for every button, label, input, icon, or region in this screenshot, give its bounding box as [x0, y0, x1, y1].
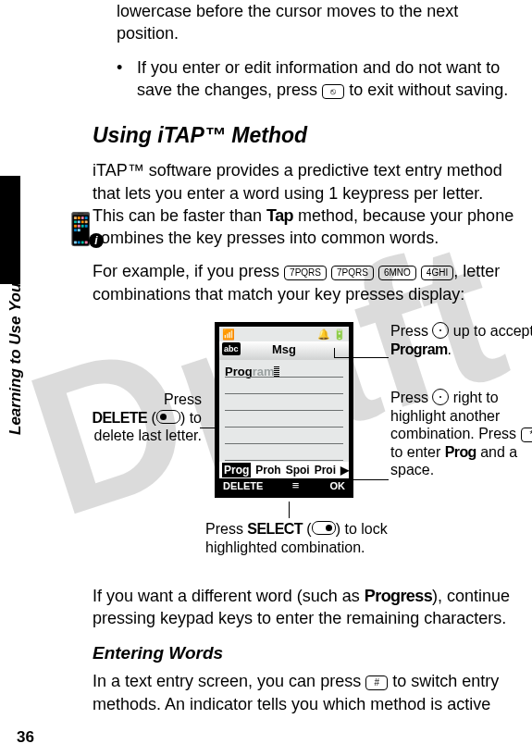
nav-wheel-icon [432, 322, 449, 339]
signal-icon: 📶 [222, 328, 235, 341]
softkey-left-label: DELETE [223, 479, 263, 493]
subsection-heading-entering-words: Entering Words [93, 641, 515, 665]
key-7-icon: 7PQRS [284, 266, 327, 280]
cursor-icon [274, 366, 279, 377]
bullet2-text-b: to exit without saving. [344, 81, 508, 99]
enter-a: In a text entry screen, you can press [93, 672, 365, 690]
bullet-item: • If you enter or edit information and d… [117, 56, 515, 113]
phone-screen-diagram: 📶 🔔 🔋 abc Msg Program [57, 316, 515, 585]
c-r2-a: Press [390, 390, 432, 405]
after-a: If you want a different word (such as [93, 587, 365, 605]
leader-line [200, 428, 217, 428]
after-diagram-paragraph: If you want a different word (such as Pr… [93, 585, 515, 630]
phone-screen: 📶 🔔 🔋 abc Msg Program [215, 322, 353, 498]
c-r1-dot: . [448, 341, 452, 357]
key-6-icon: 6MNO [378, 266, 416, 280]
c-r1-word: Program [390, 341, 448, 357]
right-softkey-icon [312, 521, 336, 535]
info-badge-icon: i [89, 233, 104, 248]
phone-info-icon: 📱i [61, 213, 100, 244]
ruled-line [225, 443, 343, 444]
entering-words-paragraph: In a text entry screen, you can press # … [93, 670, 515, 715]
leader-line [289, 502, 290, 518]
section-heading-itap: Using iTAP™ Method [93, 121, 515, 150]
left-softkey-icon [156, 410, 180, 424]
leader-line [334, 348, 335, 358]
screen-title-bar: abc Msg [219, 341, 349, 360]
content-column: 📱i lowercase before the cursor moves to … [59, 0, 515, 715]
ruled-line [225, 427, 343, 428]
screen-body: Program [219, 360, 349, 462]
page: Learning to Use Your Phone 36 📱i lowerca… [0, 0, 532, 756]
softkey-bar: DELETE ≡ OK [219, 478, 349, 493]
leader-line [352, 479, 389, 480]
status-right: 🔔 🔋 [317, 328, 346, 341]
callout-accept: Press up to accept Program. [390, 322, 532, 358]
margin-black-strip [0, 176, 20, 284]
example-a: For example, if you press [93, 262, 284, 280]
c-b-a: Press [205, 521, 247, 537]
ruled-line [225, 377, 343, 378]
suggestion-selected: Prog [222, 463, 251, 477]
c-r2-c: to enter [390, 444, 445, 460]
c-b-word: SELECT [247, 521, 303, 537]
suggestion-2: Proh [255, 463, 280, 477]
c-b-b: ( [303, 521, 312, 537]
c-r1-a: Press [390, 323, 432, 339]
softkey-right-label: OK [330, 479, 346, 493]
page-number: 36 [17, 727, 34, 749]
c-r1-b: up to accept [449, 323, 532, 339]
suggestion-4: Proi [315, 463, 336, 477]
key-7b-icon: 7PQRS [331, 266, 374, 280]
star-key-icon: * [521, 428, 532, 442]
status-bar: 📶 🔔 🔋 [219, 327, 349, 341]
callout-highlight: Press right to highlight another combina… [390, 389, 532, 479]
suggestion-3: Spoi [286, 463, 310, 477]
leader-line [335, 357, 389, 358]
suggestion-bar: Prog Proh Spoi Proi ▶ [219, 462, 349, 478]
example-paragraph: For example, if you press 7PQRS 7PQRS 6M… [93, 260, 515, 305]
menu-icon: ≡ [292, 477, 302, 494]
more-arrow-icon: ▶ [340, 463, 349, 477]
c-l1-word: DELETE [93, 410, 148, 426]
hash-key-icon: # [365, 675, 388, 690]
c-r2-word: Prog [445, 444, 476, 460]
itap-paragraph: iTAP™ software provides a predictive tex… [93, 159, 515, 249]
progress-word: Progress [365, 587, 432, 605]
callout-delete: Press DELETE () to delete last letter. [81, 390, 202, 445]
screen-title-text: Msg [272, 342, 296, 356]
ruled-line [225, 460, 343, 461]
ruled-line [225, 393, 343, 394]
ruled-line [225, 410, 343, 411]
c-l1-a: Press [164, 391, 202, 407]
entry-mode-badge: abc [222, 342, 241, 355]
nav-wheel-icon [432, 389, 449, 405]
c-l1-b: ( [147, 410, 156, 426]
callout-select: Press SELECT () to lock highlighted comb… [205, 520, 437, 556]
continuation-paragraph: lowercase before the cursor moves to the… [117, 0, 515, 45]
bullet-dot-icon: • [117, 56, 128, 113]
bullet-text: If you enter or edit information and do … [137, 56, 515, 102]
key-4-icon: 4GHI [421, 266, 453, 280]
escape-key-icon: ⎋ [322, 84, 344, 99]
tap-method-name: Tap [266, 206, 293, 225]
